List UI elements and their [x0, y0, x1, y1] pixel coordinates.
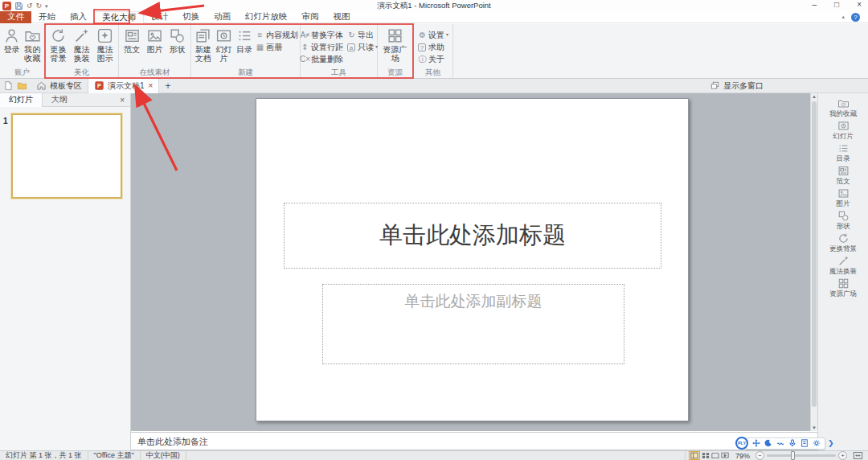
ifly-logo-icon[interactable]: PLY [735, 437, 748, 450]
help-request-button[interactable]: ? 求助 [417, 42, 448, 52]
ribbon-tab-row: 文件 开始 插入 美化大师 设计 切换 动画 幻灯片放映 审阅 视图 ▴ ? [0, 11, 868, 23]
about-button[interactable]: ⓘ 关于 [417, 54, 448, 64]
batch-delete-button[interactable]: C× 批量删除 [300, 54, 343, 64]
shapes-icon [169, 27, 186, 44]
ribbon: 登录 我的收藏 账户 更换背景 魔法换装 魔法图示 美化 范文 图片 [0, 24, 868, 79]
ribbon-group-new: 新建文档 幻灯片 目录 ≡ 内容规划 ▦ 画册 新建 [191, 24, 301, 78]
normal-view-icon [690, 452, 698, 459]
login-button[interactable]: 登录 [2, 26, 22, 54]
magic-diagram-button[interactable]: 魔法图示 [94, 26, 116, 63]
group-label-other: 其他 [413, 68, 452, 78]
window-controls: – □ × [813, 0, 862, 9]
reading-view-icon[interactable] [711, 452, 719, 459]
tab-beautify-master[interactable]: 美化大师 [94, 11, 144, 23]
sidebar-item-slides[interactable]: 幻灯片 [833, 120, 854, 140]
read-only-icon: a [347, 43, 355, 51]
tab-home[interactable]: 开始 [31, 11, 63, 23]
toc-button[interactable]: 目录 [235, 26, 254, 54]
change-background-button[interactable]: 更换背景 [47, 26, 69, 63]
zoom-slider-handle[interactable] [791, 451, 795, 460]
sidebar-item-pictures[interactable]: 图片 [837, 187, 850, 207]
notes-pane[interactable]: 单击此处添加备注 [131, 432, 817, 450]
scroll-down-icon[interactable]: ▼ [811, 425, 817, 430]
line-spacing-button[interactable]: ⇕ 设置行距 [300, 42, 343, 52]
night-mode-icon[interactable] [764, 439, 772, 447]
sidebar-item-magic-outfit[interactable]: 魔法换装 [829, 255, 857, 275]
microphone-icon[interactable] [788, 439, 796, 447]
album-button[interactable]: ▦ 画册 [255, 42, 298, 52]
vertical-scrollbar[interactable]: ▲ ▼ [810, 93, 817, 431]
zoom-in-button[interactable]: + [838, 451, 847, 460]
new-document-button[interactable]: 新建文档 [194, 26, 213, 63]
sidebar-item-resource-plaza[interactable]: 资源广场 [829, 277, 857, 298]
replace-font-button[interactable]: A≠ 替换字体 [300, 30, 343, 40]
sidebar-item-change-background[interactable]: 更换背景 [829, 232, 857, 253]
pictures-button[interactable]: 图片 [144, 26, 165, 54]
grid-icon [837, 277, 850, 290]
open-folder-icon[interactable] [17, 80, 27, 91]
language-indicator[interactable]: 中文(中国) [141, 451, 186, 460]
sidebar-item-toc[interactable]: 目录 [837, 142, 850, 162]
collapse-ribbon-icon[interactable]: ▴ [841, 14, 845, 20]
read-only-button[interactable]: a 只读 ▾ [346, 42, 378, 52]
tab-template-zone[interactable]: 模板专区 [31, 79, 88, 93]
scrollbar-thumb[interactable] [812, 101, 817, 407]
sidebar-item-my-favorites[interactable]: 我的收藏 [829, 97, 857, 117]
refresh-icon [837, 232, 850, 244]
move-handle-icon[interactable] [752, 439, 760, 447]
status-bar: 幻灯片 第 1 张，共 1 张 "Office 主题" 中文(中国) 79% −… [0, 450, 868, 460]
tab-view[interactable]: 视图 [326, 11, 358, 23]
export-button[interactable]: ↻ 导出 [346, 30, 378, 40]
my-favorites-button[interactable]: 我的收藏 [23, 26, 43, 63]
zoom-level[interactable]: 79% [732, 452, 753, 460]
tab-outline[interactable]: 大纲 [43, 93, 76, 107]
notepad-icon[interactable] [800, 439, 809, 447]
show-multi-window-button[interactable]: 显示多窗口 [710, 80, 868, 92]
help-icon[interactable]: ? [851, 13, 860, 22]
subtitle-placeholder[interactable]: 单击此处添加副标题 [322, 284, 624, 364]
batch-delete-icon: C× [300, 54, 310, 64]
slide-sorter-view-icon[interactable] [702, 452, 710, 459]
close-button[interactable]: × [857, 0, 862, 9]
tab-file[interactable]: 文件 [0, 11, 31, 23]
grid-icon [387, 27, 403, 44]
slide[interactable]: 单击此处添加标题 单击此处添加副标题 [256, 98, 689, 421]
expand-toolbar-icon[interactable]: ❯ [828, 439, 834, 447]
tab-slideshow[interactable]: 幻灯片放映 [238, 11, 295, 23]
close-panel-icon[interactable]: × [120, 96, 130, 105]
tab-animations[interactable]: 动画 [207, 11, 238, 23]
tab-design[interactable]: 设计 [144, 11, 175, 23]
sidebar-item-shapes[interactable]: 形状 [837, 210, 850, 230]
maximize-button[interactable]: □ [834, 0, 839, 9]
content-planning-button[interactable]: ≡ 内容规划 [255, 30, 298, 40]
new-tab-button[interactable]: + [159, 80, 176, 92]
wand-star-icon [96, 27, 113, 44]
normal-view-button[interactable] [689, 451, 700, 460]
minimize-button[interactable]: – [813, 0, 817, 9]
new-file-icon[interactable] [3, 80, 14, 91]
shapes-button[interactable]: 形状 [167, 26, 188, 54]
slide-panel: 幻灯片 大纲 × 1 [0, 93, 131, 451]
close-tab-icon[interactable]: × [149, 81, 154, 90]
gear-icon[interactable] [813, 439, 821, 447]
slideshow-view-icon[interactable] [721, 452, 729, 459]
scroll-up-icon[interactable]: ▲ [811, 94, 817, 99]
tab-review[interactable]: 审阅 [295, 11, 326, 23]
tab-slides[interactable]: 幻灯片 [0, 93, 43, 107]
slide-thumbnail[interactable] [11, 113, 122, 199]
sample-docs-button[interactable]: 范文 [121, 26, 142, 54]
magic-outfit-button[interactable]: 魔法换装 [71, 26, 92, 63]
editing-canvas: 单击此处添加标题 单击此处添加副标题 ▲ ▼ [131, 93, 817, 431]
resource-plaza-button[interactable]: 资源广场 [383, 26, 407, 63]
sidebar-item-sample-docs[interactable]: 范文 [837, 165, 850, 185]
fit-to-window-icon[interactable] [853, 451, 863, 460]
slides-button[interactable]: 幻灯片 [215, 26, 234, 63]
voice-wave-icon[interactable] [776, 439, 784, 447]
title-placeholder[interactable]: 单击此处添加标题 [284, 203, 661, 269]
tab-insert[interactable]: 插入 [63, 11, 94, 23]
settings-button[interactable]: ⚙ 设置 ▾ [417, 30, 448, 40]
tab-transitions[interactable]: 切换 [175, 11, 207, 23]
zoom-slider[interactable] [767, 454, 836, 457]
tab-presentation-1[interactable]: 演示文稿1 × [88, 79, 159, 93]
zoom-out-button[interactable]: − [755, 451, 764, 460]
